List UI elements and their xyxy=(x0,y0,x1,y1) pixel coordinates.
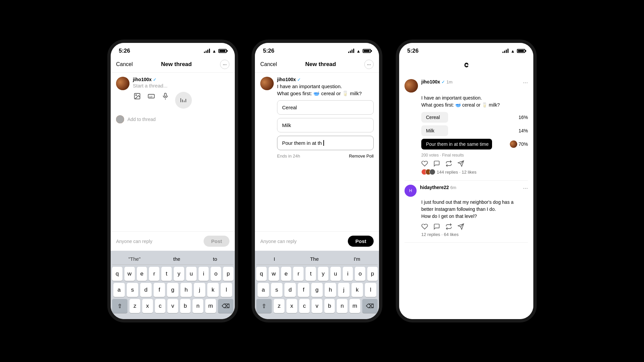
cancel-button-1[interactable]: Cancel xyxy=(116,61,133,67)
key2-z[interactable]: z xyxy=(274,299,284,313)
key2-o[interactable]: o xyxy=(355,267,365,281)
key2-r[interactable]: r xyxy=(293,267,304,281)
key-x[interactable]: x xyxy=(142,299,153,313)
key2-w[interactable]: w xyxy=(269,267,279,281)
key-l[interactable]: l xyxy=(221,283,232,297)
key2-g[interactable]: g xyxy=(311,283,323,297)
key2-a[interactable]: a xyxy=(258,283,269,297)
key2-p[interactable]: p xyxy=(367,267,378,281)
post-username-1[interactable]: jiho100x xyxy=(421,79,440,84)
key-e[interactable]: e xyxy=(137,267,147,281)
key-p[interactable]: p xyxy=(223,267,233,281)
key2-d[interactable]: d xyxy=(284,283,296,297)
verified-icon-2: ✓ xyxy=(297,77,301,82)
key-k[interactable]: k xyxy=(207,283,219,297)
add-to-thread-label[interactable]: Add to thread xyxy=(127,117,156,122)
share-button-1[interactable] xyxy=(458,160,464,167)
more-button-2[interactable]: ··· xyxy=(364,60,374,69)
key2-n[interactable]: n xyxy=(337,299,347,313)
repost-button-2[interactable] xyxy=(445,223,452,230)
key2-c[interactable]: c xyxy=(299,299,310,313)
key-d[interactable]: d xyxy=(140,283,152,297)
key2-s[interactable]: s xyxy=(271,283,282,297)
post-button-2[interactable]: Post xyxy=(348,236,374,247)
key2-m[interactable]: m xyxy=(350,299,360,313)
key-t[interactable]: t xyxy=(161,267,172,281)
svg-point-1 xyxy=(136,95,137,96)
status-time-2: 5:26 xyxy=(263,48,274,54)
key2-j[interactable]: j xyxy=(338,283,350,297)
key-i[interactable]: i xyxy=(199,267,209,281)
poll-icon-highlighted[interactable] xyxy=(175,92,192,109)
key-v[interactable]: v xyxy=(167,299,178,313)
replies-likes-row-2: 12 replies · 64 likes xyxy=(421,232,528,237)
key-m[interactable]: m xyxy=(205,299,216,313)
comment-button-2[interactable] xyxy=(433,223,440,230)
like-button-1[interactable] xyxy=(421,160,428,167)
key-backspace[interactable]: ⌫ xyxy=(218,299,233,313)
suggestion-3[interactable]: to xyxy=(210,255,220,262)
key2-h[interactable]: h xyxy=(325,283,336,297)
post-avatar-2[interactable]: H xyxy=(405,185,417,197)
post-avatar-1[interactable] xyxy=(405,79,418,93)
suggestion-2-3[interactable]: I'm xyxy=(351,255,363,262)
key-f[interactable]: f xyxy=(154,283,165,297)
post-more-2[interactable]: ··· xyxy=(523,185,528,192)
key2-b[interactable]: b xyxy=(324,299,335,313)
post-button-1[interactable]: Post xyxy=(204,236,229,247)
key2-y[interactable]: y xyxy=(318,267,328,281)
key-n[interactable]: n xyxy=(193,299,203,313)
key2-t[interactable]: t xyxy=(306,267,316,281)
suggestion-1[interactable]: "The" xyxy=(126,255,144,262)
key2-f[interactable]: f xyxy=(298,283,309,297)
post-username-2[interactable]: hidaythere22 xyxy=(420,185,449,190)
key2-backspace[interactable]: ⌫ xyxy=(362,299,378,313)
key-h[interactable]: h xyxy=(180,283,192,297)
share-button-2[interactable] xyxy=(458,223,464,230)
key-y[interactable]: y xyxy=(174,267,184,281)
poll-result-milk-label[interactable]: Milk xyxy=(421,125,448,136)
key2-l[interactable]: l xyxy=(365,283,376,297)
poll-option-3[interactable]: Pour them in at th xyxy=(277,136,374,150)
key-w[interactable]: w xyxy=(124,267,135,281)
mic-icon[interactable] xyxy=(161,92,170,101)
key2-shift[interactable]: ⇧ xyxy=(256,299,272,313)
key-z[interactable]: z xyxy=(129,299,140,313)
key-g[interactable]: g xyxy=(167,283,178,297)
thread-placeholder-1[interactable]: Start a thread... xyxy=(133,83,229,88)
poll-result-cereal-label[interactable]: Cereal xyxy=(421,112,448,123)
key-u[interactable]: u xyxy=(186,267,197,281)
suggestion-2-1[interactable]: I xyxy=(271,255,278,262)
post-more-1[interactable]: ··· xyxy=(523,79,528,86)
post-user-info-1: jiho100x ✓ 1m xyxy=(405,79,452,93)
key2-x[interactable]: x xyxy=(286,299,297,313)
comment-button-1[interactable] xyxy=(433,160,440,167)
key-o[interactable]: o xyxy=(211,267,221,281)
status-bar-3: 5:26 ▲ xyxy=(399,43,533,56)
key-q[interactable]: q xyxy=(112,267,122,281)
key2-i[interactable]: i xyxy=(343,267,353,281)
suggestion-2[interactable]: the xyxy=(171,255,183,262)
suggestion-2-2[interactable]: The xyxy=(307,255,321,262)
cancel-button-2[interactable]: Cancel xyxy=(260,61,277,67)
key2-e[interactable]: e xyxy=(281,267,291,281)
gif-icon[interactable]: GIF xyxy=(147,92,156,101)
key2-k[interactable]: k xyxy=(352,283,363,297)
key2-v[interactable]: v xyxy=(312,299,322,313)
more-button-1[interactable]: ··· xyxy=(220,60,229,69)
key-r[interactable]: r xyxy=(149,267,159,281)
key-j[interactable]: j xyxy=(194,283,205,297)
like-button-2[interactable] xyxy=(421,223,428,230)
remove-poll-button[interactable]: Remove Poll xyxy=(349,154,374,159)
repost-button-1[interactable] xyxy=(445,160,452,167)
key-s[interactable]: s xyxy=(127,283,138,297)
key-c[interactable]: c xyxy=(155,299,166,313)
key-shift[interactable]: ⇧ xyxy=(112,299,127,313)
key-a[interactable]: a xyxy=(113,283,125,297)
feed-body: jiho100x ✓ 1m ··· I have an important qu… xyxy=(399,75,533,319)
key-b[interactable]: b xyxy=(180,299,191,313)
poll-result-winner-label[interactable]: Pour them in at the same time xyxy=(421,139,492,149)
key2-u[interactable]: u xyxy=(330,267,341,281)
image-icon[interactable] xyxy=(133,92,142,101)
key2-q[interactable]: q xyxy=(256,267,267,281)
